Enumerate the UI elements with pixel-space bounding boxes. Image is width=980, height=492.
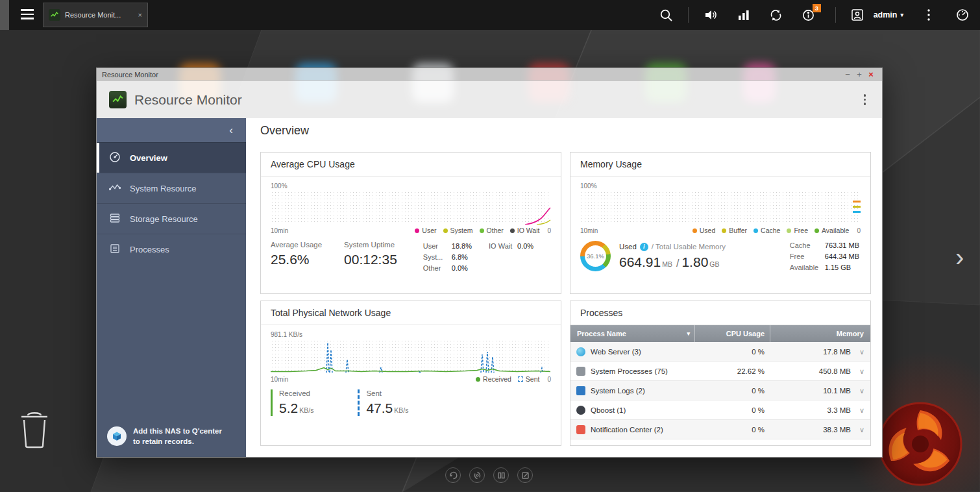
legend-item: User — [415, 227, 436, 234]
memory-chart-used-tick — [853, 201, 861, 203]
recycle-bin-icon[interactable] — [18, 409, 51, 452]
legend-dot — [753, 228, 758, 233]
memory-used-values: 664.91MB/1.80GB — [619, 254, 726, 270]
network-panel-title: Total Physical Network Usage — [261, 301, 561, 325]
memory-gauge-value: 36.1% — [580, 241, 611, 271]
window-titlebar[interactable]: Resource Monitor − + × — [97, 68, 882, 81]
volume-icon[interactable] — [704, 8, 718, 22]
column-header-process-name[interactable]: Process Name ▾ — [570, 325, 694, 342]
user-account-icon[interactable] — [850, 8, 864, 22]
minimize-button[interactable]: − — [842, 69, 853, 80]
cpu-x-axis-label: 10min — [271, 227, 288, 234]
qcenter-icon — [107, 426, 127, 446]
qcenter-text: Add this NAS to Q'center to retain recor… — [133, 426, 222, 447]
legend-item: Buffer — [722, 227, 747, 234]
sidebar-collapse-button[interactable]: ‹ — [97, 118, 246, 142]
column-header-memory[interactable]: Memory — [770, 325, 870, 342]
taskbar-edge-panel[interactable] — [0, 0, 9, 30]
process-row-system-processes[interactable]: System Processes (75) 22.62 % 450.8 MB∨ — [570, 362, 870, 381]
kitguru-watermark-logo — [877, 389, 963, 492]
sidebar: ‹ Overview System Resource — [97, 118, 246, 457]
column-header-cpu-usage[interactable]: CPU Usage — [694, 325, 770, 342]
tab-close-icon[interactable]: × — [138, 11, 142, 19]
admin-user-label: admin — [874, 10, 898, 19]
search-icon[interactable] — [659, 8, 674, 22]
cpu-breakdown: User18.8% Syst...6.8% Other0.0% IO Wait0… — [423, 242, 533, 275]
sidebar-item-label: Processes — [130, 245, 169, 254]
legend-item: Received — [476, 375, 511, 383]
legend-item: Available — [815, 227, 849, 234]
legend-item: IO Wait — [510, 227, 540, 234]
chevron-left-icon: ‹ — [229, 124, 233, 137]
storage-disks-icon — [109, 212, 121, 226]
more-options-kebab-icon[interactable] — [922, 8, 936, 22]
expand-chevron-icon[interactable]: ∨ — [859, 387, 864, 395]
dock-recent-apps-icon[interactable] — [445, 467, 461, 483]
close-button[interactable]: × — [865, 69, 877, 80]
sync-refresh-icon[interactable] — [769, 8, 783, 22]
dock-notes-icon[interactable] — [517, 467, 533, 483]
admin-user-menu[interactable]: admin ▾ — [874, 10, 903, 19]
legend-dot — [510, 228, 515, 233]
sidebar-item-overview[interactable]: Overview — [97, 142, 246, 173]
process-row-qboost[interactable]: Qboost (1) 0 % 3.3 MB∨ — [570, 400, 870, 420]
main-content: Overview Average CPU Usage 100% 10min — [246, 118, 882, 457]
network-y-max-label: 981.1 KB/s — [271, 331, 551, 338]
taskbar-tab-label: Resource Monit... — [65, 11, 134, 19]
background-tasks-icon[interactable] — [737, 8, 751, 22]
process-row-web-server[interactable]: Web Server (3) 0 % 17.8 MB∨ — [570, 342, 870, 362]
expand-chevron-icon[interactable]: ∨ — [859, 367, 864, 376]
main-menu-hamburger-icon[interactable] — [21, 9, 34, 21]
memory-chart-cache-tick — [853, 211, 861, 213]
breakdown-item: IO Wait0.0% — [489, 242, 533, 253]
processes-table-header: Process Name ▾ CPU Usage Memory — [570, 325, 870, 342]
legend-item: Cache — [753, 227, 780, 234]
expand-chevron-icon[interactable]: ∨ — [859, 426, 864, 434]
memory-detail-row: Free644.34 MB — [790, 251, 859, 262]
legend-dashed-square — [518, 376, 523, 382]
memory-y-min-label: 0 — [857, 227, 861, 234]
network-chart-lines — [271, 339, 551, 373]
resource-monitor-app-icon — [49, 9, 60, 21]
network-y-min-label: 0 — [547, 376, 551, 383]
notification-icon[interactable]: 3 — [802, 8, 816, 22]
dock-switch-desktop-icon[interactable] — [493, 467, 509, 483]
dashboard-gauge-icon[interactable] — [955, 8, 970, 22]
process-row-notification-center[interactable]: Notification Center (2) 0 % 38.3 MB∨ — [570, 420, 870, 439]
cpu-panel-title: Average CPU Usage — [261, 153, 561, 177]
system-uptime-stat: System Uptime 00:12:35 — [344, 241, 397, 275]
overview-gauge-icon — [109, 151, 121, 165]
taskbar-divider — [688, 7, 689, 23]
processes-panel-title: Processes — [570, 301, 870, 325]
info-icon[interactable]: i — [640, 243, 648, 251]
expand-chevron-icon[interactable]: ∨ — [859, 406, 864, 415]
taskbar-divider — [835, 7, 836, 23]
breakdown-item: User18.8% — [423, 242, 472, 253]
taskbar-tab-resource-monitor[interactable]: Resource Monit... × — [43, 3, 148, 27]
network-chart — [271, 339, 551, 373]
next-desktop-chevron-icon[interactable]: › — [955, 243, 964, 272]
breakdown-item: Other0.0% — [423, 264, 472, 275]
process-icon-web-server — [576, 347, 585, 356]
chevron-down-icon: ▾ — [900, 12, 903, 18]
sort-chevron-icon[interactable]: ▾ — [687, 330, 690, 337]
memory-y-max-label: 100% — [580, 182, 861, 190]
process-row-system-logs[interactable]: System Logs (2) 0 % 10.1 MB∨ — [570, 381, 870, 400]
sidebar-item-label: Storage Resource — [130, 214, 198, 224]
memory-usage-donut-gauge: 36.1% — [580, 241, 611, 271]
dock-wallpaper-icon[interactable] — [469, 467, 485, 483]
window-titlebar-title: Resource Monitor — [102, 71, 842, 79]
cpu-y-min-label: 0 — [547, 227, 551, 234]
sidebar-item-storage-resource[interactable]: Storage Resource — [97, 203, 246, 234]
window-options-kebab-icon[interactable] — [860, 92, 870, 108]
network-usage-panel: Total Physical Network Usage 981.1 KB/s … — [260, 301, 561, 446]
legend-dot — [787, 228, 791, 233]
maximize-button[interactable]: + — [853, 69, 865, 80]
qcenter-promo[interactable]: Add this NAS to Q'center to retain recor… — [107, 426, 241, 447]
expand-chevron-icon[interactable]: ∨ — [859, 348, 864, 356]
memory-x-axis-label: 10min — [580, 227, 598, 234]
network-legend: Received Sent — [476, 375, 539, 383]
memory-detail-row: Available1.15 GB — [790, 262, 859, 273]
sidebar-item-processes[interactable]: Processes — [97, 234, 246, 264]
sidebar-item-system-resource[interactable]: System Resource — [97, 173, 246, 203]
